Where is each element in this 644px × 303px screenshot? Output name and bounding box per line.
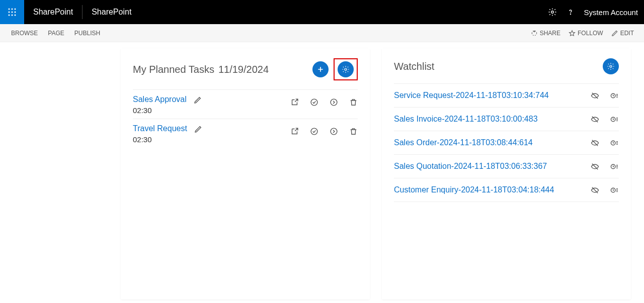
help-button[interactable]: [561, 0, 580, 24]
watchlist-link[interactable]: Sales Order-2024-11-18T03:08:44:614: [394, 138, 591, 147]
task-row: Sales Approval 02:30: [133, 89, 358, 119]
task-forward-button[interactable]: [330, 98, 338, 107]
history-button[interactable]: [610, 115, 619, 124]
unwatch-button[interactable]: [591, 162, 599, 171]
tasks-card-header: My Planned Tasks 11/19/2024: [133, 58, 358, 80]
svg-point-7: [12, 15, 13, 16]
svg-point-2: [15, 9, 16, 10]
clock-list-icon: [610, 162, 619, 171]
task-title-link[interactable]: Travel Request: [133, 124, 187, 133]
watchlist-link[interactable]: Sales Invoice-2024-11-18T03:10:00:483: [394, 115, 591, 124]
svg-point-6: [9, 15, 10, 16]
svg-point-12: [311, 99, 317, 106]
tasks-card-date: 11/19/2024: [218, 64, 269, 75]
task-delete-button[interactable]: [349, 127, 358, 136]
content-area: My Planned Tasks 11/19/2024: [0, 42, 644, 299]
edit-label: EDIT: [620, 30, 634, 37]
task-edit-button[interactable]: [194, 125, 202, 133]
svg-point-5: [15, 12, 16, 13]
clock-list-icon: [610, 139, 619, 147]
svg-point-9: [551, 11, 554, 14]
pencil-icon: [194, 125, 202, 133]
svg-point-10: [571, 14, 571, 14]
follow-button[interactable]: FOLLOW: [565, 28, 607, 39]
ribbon-tab-browse[interactable]: BROWSE: [6, 28, 43, 39]
arrow-circle-icon: [330, 98, 338, 107]
follow-label: FOLLOW: [578, 30, 603, 37]
pencil-icon: [194, 96, 202, 104]
watchlist-row: Customer Enquiry-2024-11-18T03:04:18:444: [394, 178, 619, 202]
svg-point-14: [311, 128, 317, 135]
watchlist-card: Watchlist Service Request-2024-11-18T03:…: [382, 48, 631, 299]
task-open-button[interactable]: [290, 98, 299, 107]
check-circle-icon: [310, 98, 318, 107]
eye-off-icon: [591, 91, 599, 100]
task-complete-button[interactable]: [310, 98, 318, 107]
star-icon: [569, 30, 576, 37]
settings-button[interactable]: [543, 0, 561, 24]
gear-icon: [548, 8, 557, 17]
task-delete-button[interactable]: [349, 98, 358, 107]
unwatch-button[interactable]: [591, 91, 599, 100]
history-button[interactable]: [610, 91, 619, 100]
svg-point-0: [9, 9, 10, 10]
tasks-card: My Planned Tasks 11/19/2024: [121, 48, 370, 299]
watchlist-row: Service Request-2024-11-18T03:10:34:744: [394, 83, 619, 108]
task-complete-button[interactable]: [310, 127, 318, 136]
history-button[interactable]: [610, 162, 619, 171]
app-launcher-button[interactable]: [0, 0, 24, 24]
trash-icon: [349, 98, 358, 107]
gear-icon: [342, 65, 350, 73]
check-circle-icon: [310, 127, 318, 136]
settings-highlight: [334, 58, 358, 80]
share-button[interactable]: SHARE: [527, 28, 565, 39]
ribbon-bar: BROWSE PAGE PUBLISH SHARE FOLLOW EDIT: [0, 24, 644, 42]
history-button[interactable]: [610, 186, 619, 194]
eye-off-icon: [591, 186, 599, 194]
watchlist-row: Sales Invoice-2024-11-18T03:10:00:483: [394, 108, 619, 131]
watchlist-card-header: Watchlist: [394, 58, 619, 74]
unwatch-button[interactable]: [591, 115, 599, 124]
task-open-button[interactable]: [290, 127, 299, 136]
history-button[interactable]: [610, 139, 619, 147]
share-label: SHARE: [540, 30, 560, 37]
unwatch-button[interactable]: [591, 186, 599, 194]
svg-point-13: [331, 99, 337, 106]
gear-icon: [607, 62, 615, 70]
unwatch-button[interactable]: [591, 139, 599, 147]
watchlist-link[interactable]: Sales Quotation-2024-11-18T03:06:33:367: [394, 162, 591, 171]
plus-icon: [316, 65, 325, 73]
open-external-icon: [290, 98, 299, 107]
arrow-circle-icon: [330, 127, 338, 136]
svg-point-15: [331, 128, 337, 135]
suite-brand[interactable]: SharePoint: [24, 0, 82, 24]
watchlist-row: Sales Quotation-2024-11-18T03:06:33:367: [394, 155, 619, 178]
eye-off-icon: [591, 115, 599, 124]
task-title-link[interactable]: Sales Approval: [133, 95, 187, 104]
task-edit-button[interactable]: [194, 96, 202, 104]
watchlist-link[interactable]: Customer Enquiry-2024-11-18T03:04:18:444: [394, 185, 591, 194]
watchlist-row: Sales Order-2024-11-18T03:08:44:614: [394, 131, 619, 155]
task-forward-button[interactable]: [330, 127, 338, 136]
task-list: Sales Approval 02:30: [133, 89, 358, 148]
task-time: 02:30: [133, 135, 290, 144]
eye-off-icon: [591, 139, 599, 147]
help-icon: [567, 8, 575, 16]
svg-point-16: [610, 65, 612, 67]
watchlist-link[interactable]: Service Request-2024-11-18T03:10:34:744: [394, 91, 591, 100]
site-brand[interactable]: SharePoint: [83, 0, 140, 24]
watchlist-settings-button[interactable]: [603, 58, 619, 74]
account-name[interactable]: System Account: [580, 8, 644, 17]
tasks-settings-button[interactable]: [338, 61, 354, 77]
svg-point-11: [345, 68, 347, 70]
task-row: Travel Request 02:30: [133, 119, 358, 148]
ribbon-tab-publish[interactable]: PUBLISH: [69, 28, 105, 39]
waffle-icon: [8, 8, 17, 17]
svg-point-8: [15, 15, 16, 16]
ribbon-tab-page[interactable]: PAGE: [43, 28, 69, 39]
clock-list-icon: [610, 115, 619, 124]
task-time: 02:30: [133, 106, 290, 115]
edit-button[interactable]: EDIT: [607, 28, 638, 39]
tasks-card-title: My Planned Tasks: [133, 64, 214, 75]
add-task-button[interactable]: [312, 61, 329, 77]
